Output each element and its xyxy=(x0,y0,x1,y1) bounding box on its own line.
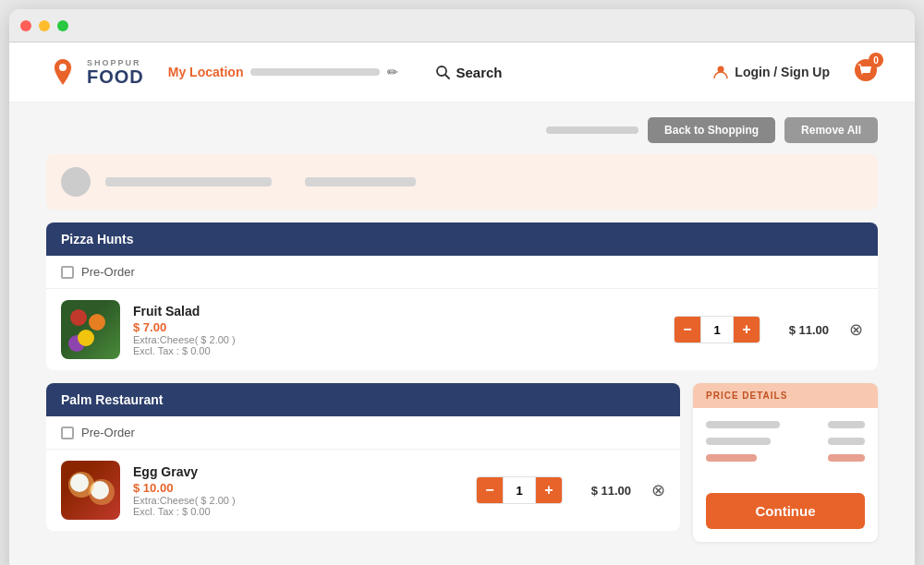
login-label: Login / Sign Up xyxy=(735,65,830,79)
action-bar: Back to Shopping Remove All xyxy=(46,117,878,143)
price-bar-right-3 xyxy=(828,454,865,462)
left-col: Palm Restaurant Pre-Order Egg Gravy $ 10… xyxy=(46,383,680,544)
search-area[interactable]: Search xyxy=(435,65,502,80)
pre-order-checkbox-palm[interactable] xyxy=(61,427,74,439)
titlebar xyxy=(9,9,915,42)
qty-decrement-fruit-salad[interactable]: − xyxy=(675,317,700,343)
item-extra-egg-gravy: Extra:Cheese( $ 2.00 ) xyxy=(133,495,463,506)
price-row-3 xyxy=(706,454,865,462)
location-bar xyxy=(250,68,380,76)
pre-order-label-pizza-hunts: Pre-Order xyxy=(81,265,135,279)
restaurant-header-palm: Palm Restaurant xyxy=(46,383,680,416)
logo-area: SHOPPUR FOOD xyxy=(46,55,144,89)
item-image-egg-gravy xyxy=(61,461,120,520)
dot-yellow[interactable] xyxy=(39,20,50,31)
breadcrumb-line xyxy=(546,126,638,134)
qty-increment-fruit-salad[interactable]: + xyxy=(734,317,760,343)
qty-increment-egg-gravy[interactable]: + xyxy=(536,477,562,503)
item-price-egg-gravy: $ 10.00 xyxy=(133,481,463,495)
qty-control-egg-gravy: − 1 + xyxy=(476,476,563,504)
logo-icon xyxy=(46,55,79,89)
item-row-fruit-salad: Fruit Salad $ 7.00 Extra:Cheese( $ 2.00 … xyxy=(46,289,878,370)
two-col-section: Palm Restaurant Pre-Order Egg Gravy $ 10… xyxy=(46,383,878,544)
qty-value-egg-gravy: 1 xyxy=(503,477,536,503)
price-bar-left-1 xyxy=(706,421,780,428)
logo-text: SHOPPUR FOOD xyxy=(87,59,144,86)
location-area[interactable]: My Location ✏ xyxy=(168,65,399,79)
item-remove-egg-gravy[interactable]: ⊗ xyxy=(651,480,665,500)
search-icon xyxy=(435,65,450,79)
pre-order-row-palm: Pre-Order xyxy=(46,416,680,450)
dot-green[interactable] xyxy=(57,20,68,31)
store-sub-placeholder xyxy=(305,177,416,186)
item-name-fruit-salad: Fruit Salad xyxy=(133,304,661,319)
item-remove-fruit-salad[interactable]: ⊗ xyxy=(849,319,863,340)
logo-food-label: FOOD xyxy=(87,67,144,86)
price-row-1 xyxy=(706,421,865,428)
price-bar-right-2 xyxy=(828,438,865,445)
remove-all-button[interactable]: Remove All xyxy=(784,117,878,143)
svg-point-7 xyxy=(868,74,869,76)
svg-point-1 xyxy=(59,64,67,71)
user-icon xyxy=(712,64,729,80)
dot-red[interactable] xyxy=(20,20,31,31)
price-details-body xyxy=(693,408,878,484)
item-price-fruit-salad: $ 7.00 xyxy=(133,320,661,334)
price-bar-left-2 xyxy=(706,438,771,445)
item-image-fruit-salad xyxy=(61,300,120,359)
pre-order-label-palm: Pre-Order xyxy=(81,426,135,439)
cart-badge: 0 xyxy=(869,53,883,67)
item-details-fruit-salad: Fruit Salad $ 7.00 Extra:Cheese( $ 2.00 … xyxy=(133,304,661,356)
my-location-label: My Location xyxy=(168,65,244,79)
cart-area[interactable]: 0 xyxy=(854,58,878,86)
item-total-fruit-salad: $ 11.00 xyxy=(773,323,829,337)
item-tax-fruit-salad: Excl. Tax : $ 0.00 xyxy=(133,345,661,356)
content-area: SHOPPUR FOOD My Location ✏ Search xyxy=(9,42,915,562)
item-details-egg-gravy: Egg Gravy $ 10.00 Extra:Cheese( $ 2.00 )… xyxy=(133,464,463,517)
continue-button[interactable]: Continue xyxy=(706,493,865,529)
price-bar-left-3 xyxy=(706,454,757,462)
restaurant-section-palm: Palm Restaurant Pre-Order Egg Gravy $ 10… xyxy=(46,383,680,531)
item-tax-egg-gravy: Excl. Tax : $ 0.00 xyxy=(133,506,463,517)
price-details-panel: PRICE DETAILS xyxy=(693,383,878,542)
pre-order-row-pizza-hunts: Pre-Order xyxy=(46,256,878,289)
qty-control-fruit-salad: − 1 + xyxy=(674,316,760,343)
svg-line-3 xyxy=(445,75,449,78)
app-window: SHOPPUR FOOD My Location ✏ Search xyxy=(9,9,915,565)
item-total-egg-gravy: $ 11.00 xyxy=(576,484,631,498)
restaurant-header-pizza-hunts: Pizza Hunts xyxy=(46,222,878,256)
price-bar-right-1 xyxy=(828,421,865,428)
main-content: Back to Shopping Remove All Pizza Hunts … xyxy=(9,102,915,562)
pre-order-checkbox-pizza-hunts[interactable] xyxy=(61,266,74,279)
back-to-shopping-button[interactable]: Back to Shopping xyxy=(648,117,775,143)
edit-icon[interactable]: ✏ xyxy=(387,65,398,79)
item-extra-fruit-salad: Extra:Cheese( $ 2.00 ) xyxy=(133,334,661,345)
store-avatar xyxy=(61,167,91,197)
login-area[interactable]: Login / Sign Up xyxy=(712,64,830,80)
search-label: Search xyxy=(456,65,502,80)
qty-decrement-egg-gravy[interactable]: − xyxy=(477,477,503,503)
store-header-row xyxy=(46,154,878,210)
price-row-2 xyxy=(706,438,865,445)
item-row-egg-gravy: Egg Gravy $ 10.00 Extra:Cheese( $ 2.00 )… xyxy=(46,450,680,531)
store-name-placeholder xyxy=(105,177,272,186)
navbar: SHOPPUR FOOD My Location ✏ Search xyxy=(9,42,915,102)
price-details-header: PRICE DETAILS xyxy=(693,383,878,408)
qty-value-fruit-salad: 1 xyxy=(700,317,734,343)
item-name-egg-gravy: Egg Gravy xyxy=(133,464,463,479)
restaurant-section-pizza-hunts: Pizza Hunts Pre-Order Fruit Salad $ 7.00… xyxy=(46,222,878,370)
